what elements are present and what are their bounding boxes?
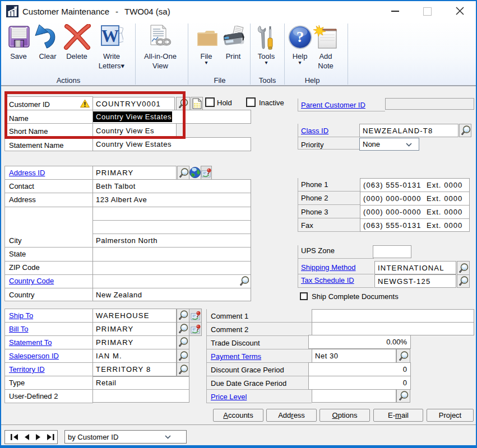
- svg-text:W: W: [101, 26, 119, 46]
- svg-text:?: ?: [297, 29, 304, 45]
